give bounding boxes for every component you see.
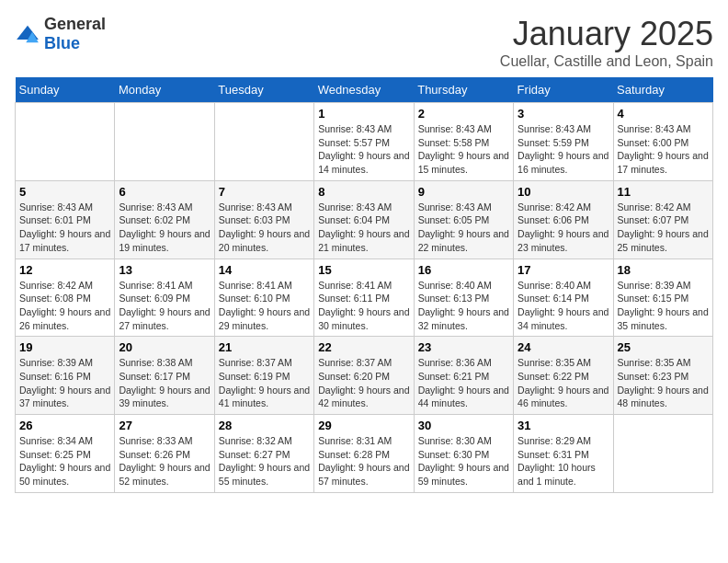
day-number: 25 <box>618 340 709 354</box>
calendar-day-cell: 2Sunrise: 8:43 AM Sunset: 5:58 PM Daylig… <box>414 103 513 181</box>
logo-blue-text: Blue <box>44 34 80 52</box>
day-number: 7 <box>219 185 310 199</box>
day-info: Sunrise: 8:43 AM Sunset: 6:02 PM Dayligh… <box>119 201 210 255</box>
day-number: 31 <box>518 419 609 432</box>
day-number: 20 <box>119 340 210 354</box>
day-number: 10 <box>518 185 609 199</box>
calendar-day-cell: 20Sunrise: 8:38 AM Sunset: 6:17 PM Dayli… <box>115 337 214 415</box>
weekday-header-cell: Thursday <box>414 77 513 103</box>
weekday-header-cell: Friday <box>514 77 613 103</box>
calendar-day-cell: 7Sunrise: 8:43 AM Sunset: 6:03 PM Daylig… <box>214 180 313 259</box>
day-info: Sunrise: 8:37 AM Sunset: 6:20 PM Dayligh… <box>318 356 409 410</box>
day-number: 9 <box>418 185 509 199</box>
calendar-week-row: 1Sunrise: 8:43 AM Sunset: 5:57 PM Daylig… <box>16 103 713 181</box>
calendar-week-row: 5Sunrise: 8:43 AM Sunset: 6:01 PM Daylig… <box>16 180 713 259</box>
calendar-day-cell: 4Sunrise: 8:43 AM Sunset: 6:00 PM Daylig… <box>613 103 712 181</box>
weekday-header-cell: Monday <box>115 77 214 103</box>
calendar-day-cell: 3Sunrise: 8:43 AM Sunset: 5:59 PM Daylig… <box>514 103 613 181</box>
logo-general-text: General <box>44 15 106 33</box>
calendar-day-cell: 13Sunrise: 8:41 AM Sunset: 6:09 PM Dayli… <box>115 259 214 337</box>
day-info: Sunrise: 8:42 AM Sunset: 6:06 PM Dayligh… <box>518 201 609 255</box>
day-number: 17 <box>518 263 609 277</box>
weekday-header-row: SundayMondayTuesdayWednesdayThursdayFrid… <box>16 77 713 103</box>
day-info: Sunrise: 8:35 AM Sunset: 6:22 PM Dayligh… <box>518 356 609 410</box>
day-info: Sunrise: 8:41 AM Sunset: 6:09 PM Dayligh… <box>119 279 210 333</box>
day-number: 30 <box>418 419 509 432</box>
calendar-table: SundayMondayTuesdayWednesdayThursdayFrid… <box>15 77 713 493</box>
calendar-day-cell <box>115 103 214 181</box>
day-info: Sunrise: 8:40 AM Sunset: 6:14 PM Dayligh… <box>518 279 609 333</box>
calendar-day-cell: 31Sunrise: 8:29 AM Sunset: 6:31 PM Dayli… <box>514 415 613 493</box>
calendar-day-cell <box>214 103 313 181</box>
header: General Blue January 2025 Cuellar, Casti… <box>15 15 713 70</box>
calendar-day-cell: 8Sunrise: 8:43 AM Sunset: 6:04 PM Daylig… <box>314 180 414 259</box>
day-info: Sunrise: 8:31 AM Sunset: 6:28 PM Dayligh… <box>318 434 409 488</box>
calendar-day-cell: 10Sunrise: 8:42 AM Sunset: 6:06 PM Dayli… <box>514 180 613 259</box>
calendar-day-cell: 25Sunrise: 8:35 AM Sunset: 6:23 PM Dayli… <box>613 337 712 415</box>
calendar-week-row: 19Sunrise: 8:39 AM Sunset: 6:16 PM Dayli… <box>16 337 713 415</box>
day-number: 13 <box>119 263 210 277</box>
day-number: 11 <box>618 185 709 199</box>
calendar-week-row: 26Sunrise: 8:34 AM Sunset: 6:25 PM Dayli… <box>16 415 713 493</box>
calendar-day-cell: 18Sunrise: 8:39 AM Sunset: 6:15 PM Dayli… <box>613 259 712 337</box>
calendar-day-cell <box>613 415 712 493</box>
weekday-header-cell: Tuesday <box>214 77 313 103</box>
calendar-day-cell: 22Sunrise: 8:37 AM Sunset: 6:20 PM Dayli… <box>314 337 414 415</box>
logo-icon <box>15 24 40 44</box>
calendar-day-cell: 17Sunrise: 8:40 AM Sunset: 6:14 PM Dayli… <box>514 259 613 337</box>
day-info: Sunrise: 8:43 AM Sunset: 6:05 PM Dayligh… <box>418 201 509 255</box>
day-info: Sunrise: 8:42 AM Sunset: 6:08 PM Dayligh… <box>19 279 110 333</box>
weekday-header-cell: Sunday <box>16 77 115 103</box>
day-info: Sunrise: 8:33 AM Sunset: 6:26 PM Dayligh… <box>119 434 210 488</box>
day-info: Sunrise: 8:43 AM Sunset: 5:58 PM Dayligh… <box>418 122 509 177</box>
day-number: 4 <box>618 107 709 121</box>
day-info: Sunrise: 8:40 AM Sunset: 6:13 PM Dayligh… <box>418 279 509 333</box>
day-number: 18 <box>618 263 709 277</box>
day-number: 16 <box>418 263 509 277</box>
day-number: 24 <box>518 340 609 354</box>
calendar-body: 1Sunrise: 8:43 AM Sunset: 5:57 PM Daylig… <box>16 103 713 493</box>
calendar-day-cell: 5Sunrise: 8:43 AM Sunset: 6:01 PM Daylig… <box>16 180 115 259</box>
calendar-day-cell: 26Sunrise: 8:34 AM Sunset: 6:25 PM Dayli… <box>16 415 115 493</box>
day-info: Sunrise: 8:43 AM Sunset: 5:59 PM Dayligh… <box>518 122 609 177</box>
day-number: 2 <box>418 107 509 121</box>
calendar-day-cell: 1Sunrise: 8:43 AM Sunset: 5:57 PM Daylig… <box>314 103 414 181</box>
calendar-day-cell: 6Sunrise: 8:43 AM Sunset: 6:02 PM Daylig… <box>115 180 214 259</box>
day-number: 23 <box>418 340 509 354</box>
day-info: Sunrise: 8:41 AM Sunset: 6:10 PM Dayligh… <box>219 279 310 333</box>
day-info: Sunrise: 8:41 AM Sunset: 6:11 PM Dayligh… <box>318 279 409 333</box>
day-number: 22 <box>318 340 409 354</box>
day-info: Sunrise: 8:35 AM Sunset: 6:23 PM Dayligh… <box>618 356 709 410</box>
day-number: 3 <box>518 107 609 121</box>
title-area: January 2025 Cuellar, Castille and Leon,… <box>500 15 713 70</box>
day-info: Sunrise: 8:42 AM Sunset: 6:07 PM Dayligh… <box>618 201 709 255</box>
day-info: Sunrise: 8:43 AM Sunset: 5:57 PM Dayligh… <box>318 122 409 177</box>
weekday-header-cell: Wednesday <box>314 77 414 103</box>
day-number: 26 <box>19 419 110 432</box>
calendar-day-cell: 12Sunrise: 8:42 AM Sunset: 6:08 PM Dayli… <box>16 259 115 337</box>
day-info: Sunrise: 8:34 AM Sunset: 6:25 PM Dayligh… <box>19 434 110 488</box>
day-info: Sunrise: 8:43 AM Sunset: 6:03 PM Dayligh… <box>219 201 310 255</box>
day-number: 21 <box>219 340 310 354</box>
day-info: Sunrise: 8:38 AM Sunset: 6:17 PM Dayligh… <box>119 356 210 410</box>
calendar-day-cell: 24Sunrise: 8:35 AM Sunset: 6:22 PM Dayli… <box>514 337 613 415</box>
month-title: January 2025 <box>500 15 713 53</box>
location-title: Cuellar, Castille and Leon, Spain <box>500 53 713 70</box>
day-number: 15 <box>318 263 409 277</box>
day-number: 6 <box>119 185 210 199</box>
day-number: 29 <box>318 419 409 432</box>
calendar-day-cell: 19Sunrise: 8:39 AM Sunset: 6:16 PM Dayli… <box>16 337 115 415</box>
day-info: Sunrise: 8:43 AM Sunset: 6:04 PM Dayligh… <box>318 201 409 255</box>
calendar-day-cell: 14Sunrise: 8:41 AM Sunset: 6:10 PM Dayli… <box>214 259 313 337</box>
calendar-day-cell: 29Sunrise: 8:31 AM Sunset: 6:28 PM Dayli… <box>314 415 414 493</box>
day-info: Sunrise: 8:32 AM Sunset: 6:27 PM Dayligh… <box>219 434 310 488</box>
weekday-header-cell: Saturday <box>613 77 712 103</box>
day-number: 5 <box>19 185 110 199</box>
day-number: 8 <box>318 185 409 199</box>
calendar-day-cell: 11Sunrise: 8:42 AM Sunset: 6:07 PM Dayli… <box>613 180 712 259</box>
day-info: Sunrise: 8:30 AM Sunset: 6:30 PM Dayligh… <box>418 434 509 488</box>
calendar-day-cell: 27Sunrise: 8:33 AM Sunset: 6:26 PM Dayli… <box>115 415 214 493</box>
day-info: Sunrise: 8:36 AM Sunset: 6:21 PM Dayligh… <box>418 356 509 410</box>
calendar-day-cell: 23Sunrise: 8:36 AM Sunset: 6:21 PM Dayli… <box>414 337 513 415</box>
day-info: Sunrise: 8:39 AM Sunset: 6:16 PM Dayligh… <box>19 356 110 410</box>
